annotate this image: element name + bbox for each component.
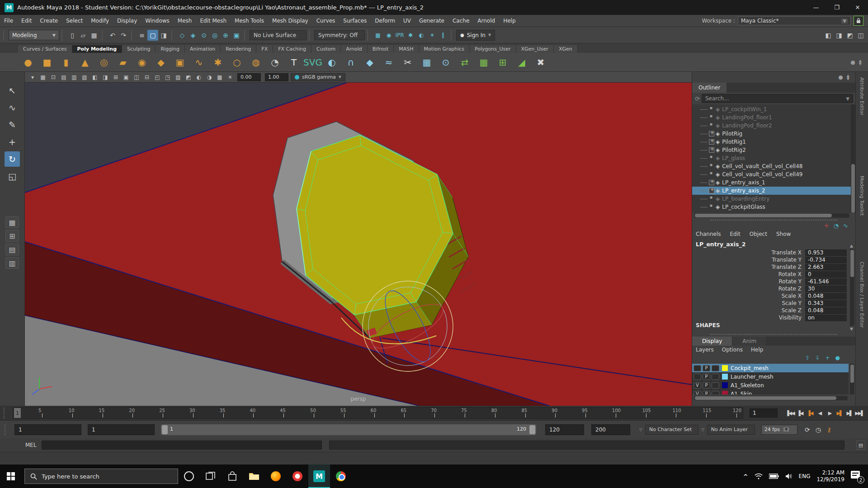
playback-button[interactable]: ▶▌ bbox=[835, 408, 844, 418]
viewport-toolbar-icon[interactable]: ◳ bbox=[163, 73, 173, 82]
outliner-item[interactable]: ◈ LP_entry_axis_1 bbox=[692, 178, 851, 187]
playback-button[interactable]: ▐◀◀ bbox=[785, 408, 795, 418]
panel-toggle-button[interactable]: ◫ bbox=[855, 30, 866, 41]
taskbar-app-maya[interactable]: M bbox=[308, 465, 330, 488]
taskbar-app-firefox[interactable] bbox=[265, 465, 287, 488]
lock-workspace-button[interactable] bbox=[854, 16, 863, 26]
shelf-tool-icon[interactable]: ◆ bbox=[362, 54, 378, 70]
grip-handle[interactable] bbox=[5, 424, 11, 435]
tool-button[interactable]: ↻ bbox=[5, 151, 20, 167]
shelf-tool-icon[interactable]: ▣ bbox=[172, 54, 188, 70]
viewport-toolbar-icon[interactable]: ▾ bbox=[28, 73, 38, 82]
command-language-label[interactable]: MEL bbox=[25, 442, 42, 448]
tool-button[interactable]: + bbox=[5, 134, 20, 150]
taskbar-clock[interactable]: 2:12 AM 12/9/2019 bbox=[816, 469, 844, 483]
layer-editor-menu-item[interactable]: Layers bbox=[696, 347, 714, 353]
playback-button[interactable]: ▶▶▌ bbox=[854, 408, 864, 418]
snap-button[interactable]: ⊙ bbox=[198, 30, 209, 41]
render-button[interactable]: ▩ bbox=[373, 30, 383, 41]
outliner-item[interactable]: ◈ LP_cockpitWin_1 bbox=[692, 105, 851, 113]
selection-mode-button[interactable]: ≡ bbox=[137, 30, 147, 41]
shelf-tool-icon[interactable]: ▦ bbox=[476, 54, 492, 70]
manipulator-link-icon[interactable]: ✛ bbox=[824, 222, 829, 229]
shelf-tool-icon[interactable]: T bbox=[286, 54, 302, 70]
outliner-item[interactable]: ◈ LP_glass bbox=[692, 154, 851, 162]
symmetry-field[interactable]: Symmetry: Off bbox=[314, 30, 365, 40]
layer-row[interactable]: V P A1_Skeleton bbox=[692, 381, 849, 389]
grip-handle[interactable] bbox=[131, 30, 134, 40]
panel-toggle-button[interactable]: ◧ bbox=[823, 30, 834, 41]
outliner-item[interactable]: ◈ PilotRig bbox=[692, 130, 851, 138]
shelf-tab[interactable]: XGen bbox=[554, 45, 578, 53]
channel-value-field[interactable]: -0.734 bbox=[805, 257, 847, 263]
layer-display-toggle[interactable] bbox=[712, 382, 719, 389]
layer-visibility-toggle[interactable]: V bbox=[693, 382, 701, 389]
outliner-item[interactable]: ◈ PilotRig1 bbox=[692, 138, 851, 146]
shelf-tool-icon[interactable]: ◉ bbox=[134, 54, 150, 70]
shelf-tab[interactable]: Bifrost bbox=[368, 45, 394, 53]
outliner-item[interactable]: ◈ LandingPod_floor1 bbox=[692, 113, 851, 122]
playback-start-field[interactable]: 1 bbox=[88, 424, 155, 435]
snap-button[interactable]: ◈ bbox=[188, 30, 198, 41]
menu-item[interactable]: Arnold bbox=[473, 18, 499, 24]
shelf-tab[interactable]: FX Caching bbox=[273, 45, 311, 53]
panel-scroll-buttons[interactable]: ▲▼ bbox=[847, 74, 849, 80]
viewport-toolbar-icon[interactable]: ◰ bbox=[152, 73, 162, 82]
channel-box-menu-item[interactable]: Object bbox=[750, 231, 767, 237]
render-button[interactable]: IPR bbox=[394, 30, 405, 41]
outliner-item[interactable]: ◈ LP_boardingEntry bbox=[692, 195, 851, 203]
layer-action-icon[interactable]: ⇧ bbox=[805, 355, 810, 361]
channel-value-field[interactable]: -61.546 bbox=[805, 278, 847, 285]
viewport-toolbar-icon[interactable]: ☀ bbox=[225, 73, 235, 82]
channel-value-field[interactable]: 0.048 bbox=[805, 307, 847, 314]
layer-color-swatch[interactable] bbox=[722, 374, 728, 380]
language-indicator[interactable]: ENG bbox=[799, 473, 811, 479]
shelf-tab[interactable]: Poly Modeling bbox=[72, 45, 122, 53]
selection-mode-button[interactable]: ▢ bbox=[147, 30, 158, 41]
channel-label[interactable]: Scale Z bbox=[692, 307, 805, 314]
menu-item[interactable]: Windows bbox=[141, 18, 174, 24]
layer-visibility-toggle[interactable] bbox=[693, 365, 701, 371]
taskbar-app-cortana[interactable] bbox=[178, 465, 200, 488]
layer-row[interactable]: P Cockpit_mesh bbox=[692, 364, 849, 372]
panel-toggle-button[interactable]: ◩ bbox=[844, 30, 855, 41]
layer-editor-tab[interactable]: Display bbox=[692, 337, 732, 346]
menu-item[interactable]: Modify bbox=[87, 18, 113, 24]
layer-playback-toggle[interactable]: P bbox=[703, 365, 710, 371]
grip-handle[interactable] bbox=[102, 30, 105, 40]
layer-playback-toggle[interactable]: P bbox=[703, 391, 710, 395]
shelf-tool-icon[interactable]: ∩ bbox=[343, 54, 359, 70]
shelf-tab[interactable]: Animation bbox=[185, 45, 221, 53]
shelf-tool-icon[interactable]: ⊙ bbox=[438, 54, 454, 70]
menu-item[interactable]: UV bbox=[399, 18, 415, 24]
snap-button[interactable]: ⊕ bbox=[220, 30, 231, 41]
channel-value-field[interactable]: 30 bbox=[805, 286, 847, 292]
expand-toggle-icon[interactable] bbox=[709, 115, 714, 120]
anim-layer-select[interactable]: No Anim Layer bbox=[707, 425, 755, 435]
status-file-button[interactable]: ▦ bbox=[89, 30, 99, 41]
viewport-toolbar-icon[interactable]: ▤ bbox=[59, 73, 69, 82]
shelf-tab[interactable]: FX bbox=[256, 45, 273, 53]
expand-toggle-icon[interactable] bbox=[709, 155, 714, 161]
layer-playback-toggle[interactable]: P bbox=[703, 382, 710, 389]
channel-label[interactable]: Rotate Z bbox=[692, 286, 805, 292]
playback-button[interactable]: ▐◀ bbox=[805, 408, 815, 418]
taskbar-app-chrome[interactable] bbox=[330, 465, 352, 488]
snap-button[interactable]: ▣ bbox=[231, 30, 242, 41]
view-transform-select[interactable]: sRGB gamma ▼ bbox=[291, 73, 345, 81]
auto-key-icon[interactable]: ⚷ bbox=[824, 425, 835, 435]
shelf-tool-icon[interactable]: ● bbox=[20, 54, 36, 70]
render-button[interactable]: ◉ bbox=[383, 30, 394, 41]
shelf-tab[interactable]: Arnold bbox=[341, 45, 368, 53]
shelf-tool-icon[interactable]: ▮ bbox=[58, 54, 74, 70]
viewport-3d[interactable]: persp bbox=[25, 83, 692, 406]
shelf-tool-icon[interactable]: ✖ bbox=[533, 54, 549, 70]
shelf-tool-icon[interactable]: ✂ bbox=[400, 54, 416, 70]
loop-toggle-icon[interactable]: ⟳ bbox=[802, 425, 813, 435]
current-frame-marker[interactable]: 1 bbox=[14, 408, 21, 418]
auto-keyframe-time-icon[interactable]: ◷ bbox=[813, 425, 824, 435]
layer-editor-menu-item[interactable]: Help bbox=[751, 347, 763, 353]
chevron-down-icon[interactable]: ▽ bbox=[639, 427, 642, 432]
channel-label[interactable]: Visibility bbox=[692, 314, 805, 321]
menu-set-select[interactable]: Modeling ▼ bbox=[9, 30, 59, 40]
